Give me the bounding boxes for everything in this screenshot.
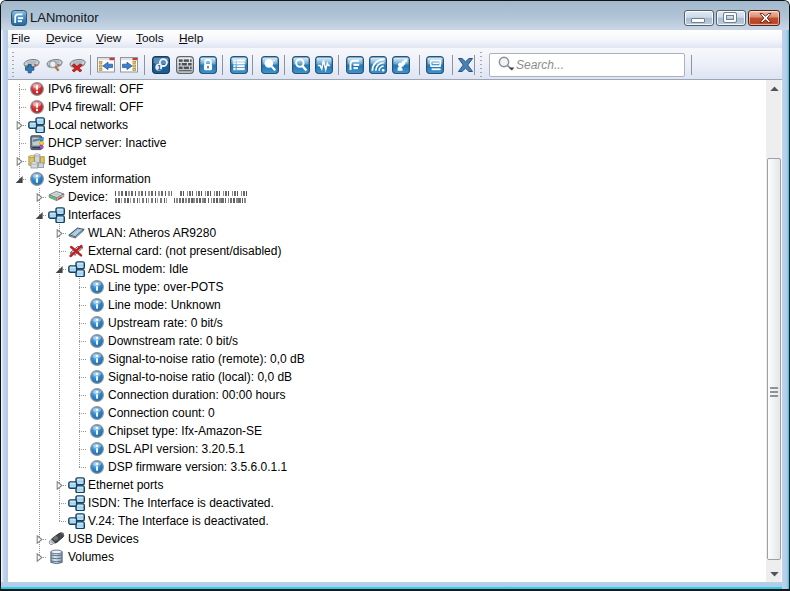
svg-text:1: 1: [157, 63, 161, 72]
